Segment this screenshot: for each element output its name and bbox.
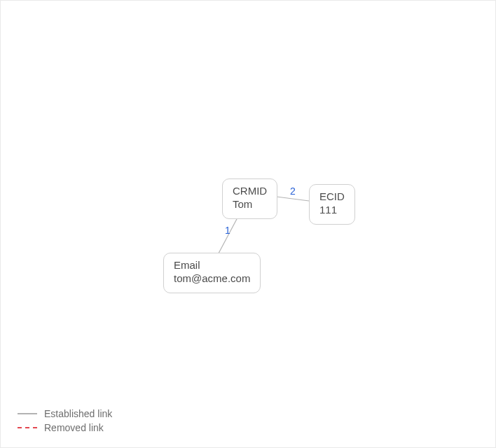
legend-row-established: Established link (18, 407, 112, 421)
legend-swatch-established-icon (18, 413, 37, 414)
node-ecid-value: 111 (319, 204, 345, 217)
diagram-frame: 1 2 CRMID Tom ECID 111 Email tom@acme.co… (0, 0, 496, 448)
graph-edges-layer (1, 1, 496, 448)
legend: Established link Removed link (18, 407, 112, 435)
edge-label-2: 2 (290, 186, 296, 197)
node-crmid-type: CRMID (233, 185, 267, 198)
node-crmid-value: Tom (233, 198, 267, 211)
legend-label-established: Established link (44, 408, 112, 419)
node-crmid[interactable]: CRMID Tom (222, 178, 277, 219)
legend-label-removed: Removed link (44, 422, 104, 433)
legend-row-removed: Removed link (18, 421, 112, 435)
node-email-type: Email (174, 259, 250, 272)
legend-swatch-removed-icon (18, 427, 37, 428)
edge-label-1: 1 (225, 225, 230, 236)
node-email[interactable]: Email tom@acme.com (163, 253, 261, 293)
node-email-value: tom@acme.com (174, 272, 250, 286)
node-ecid-type: ECID (319, 190, 345, 204)
node-ecid[interactable]: ECID 111 (309, 184, 355, 225)
graph-canvas: 1 2 CRMID Tom ECID 111 Email tom@acme.co… (1, 1, 495, 447)
